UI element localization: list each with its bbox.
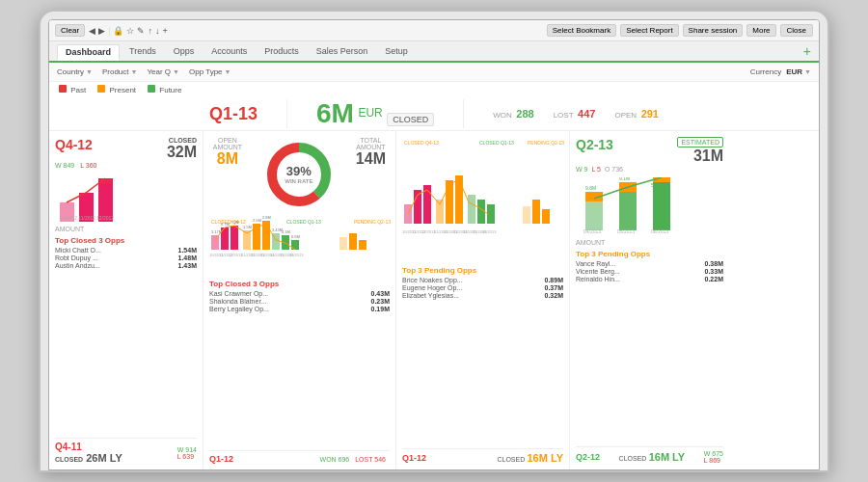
cl-opp-3-amount: 0.19M	[371, 306, 390, 312]
legend-past-dot	[59, 85, 67, 93]
filter-bar: Country ▼ Product ▼ Year Q ▼ Opp Type ▼ …	[49, 63, 819, 82]
cl-bottom-quarter: Q1-12	[209, 454, 233, 464]
svg-rect-14	[542, 209, 550, 224]
center-bar-chart: CLOSED Q4-12 CLOSED Q1-13 PENDING Q2-13	[209, 216, 390, 276]
bv4: 1.5M	[243, 225, 252, 229]
tab-sales-person[interactable]: Sales Person	[309, 44, 376, 58]
svg-rect-12	[523, 206, 530, 224]
rv3: 5.1M	[651, 182, 662, 188]
filter-opp-type[interactable]: Opp Type ▼	[189, 67, 231, 76]
bv5: 2.5M	[253, 218, 261, 223]
nav-forward-icon[interactable]: ▶	[98, 26, 105, 36]
hero-closed-label: CLOSED	[387, 113, 434, 126]
cr-opps: Top 3 Pending Opps Brice Noakes Opp... 0…	[402, 266, 563, 300]
left-bottom: Q4-11 CLOSED 26M LY W 914 L 639	[55, 438, 197, 464]
right-quarter-section: Q2-13	[576, 137, 613, 152]
select-bookmark-button[interactable]: Select Bookmark	[547, 24, 616, 37]
rb1	[585, 201, 603, 230]
right-opps-title: Top 3 Pending Opps	[576, 250, 723, 258]
svg-text:PENDING Q2-13: PENDING Q2-13	[528, 140, 564, 146]
cr-opp-2-amount: 0.37M	[545, 284, 563, 291]
bv9: 6.6M	[291, 234, 300, 239]
tab-accounts[interactable]: Accounts	[203, 44, 255, 58]
cl-opp-2: Shalonda Blatner... 0.23M	[209, 298, 390, 305]
filter-year-q[interactable]: Year Q ▼	[147, 67, 179, 76]
tab-products[interactable]: Products	[257, 44, 307, 58]
more-button[interactable]: More	[746, 24, 775, 37]
hero-divider2	[463, 99, 464, 128]
left-bar-chart: 10/2012 11/2012 12/2012 32M	[55, 174, 197, 224]
hero-quarter: Q1-13	[209, 105, 258, 122]
clear-button[interactable]: Clear	[55, 24, 85, 37]
left-opp-1-amount: 1.54M	[178, 247, 197, 254]
nav-back-icon[interactable]: ◀	[89, 26, 95, 36]
filter-country-label: Country	[57, 67, 84, 76]
tab-dashboard[interactable]: Dashboard	[57, 44, 120, 61]
left-closed-val: 32M	[167, 144, 197, 161]
top-toolbar: Clear ◀ ▶ | 🔒 ☆ ✎ ↑ ↓ + Select Bookmark …	[49, 20, 819, 41]
left-opp-1-name: Micki Chatt O...	[55, 247, 101, 254]
right-opp-1-amount: 0.38M	[705, 260, 723, 267]
won-val: 288	[516, 108, 533, 120]
close-button[interactable]: Close	[780, 24, 813, 37]
left-header: Q4-12 CLOSED 32M	[55, 137, 197, 161]
donut-pct-val: 39%	[285, 165, 312, 178]
right-amount-label: AMOUNT	[576, 239, 723, 246]
filter-currency[interactable]: Currency EUR ▼	[750, 67, 811, 76]
hero-divider1	[286, 99, 287, 128]
right-open: O 736	[605, 166, 623, 173]
cl-opp-3-name: Berry Legalley Op...	[209, 306, 269, 312]
filter-country[interactable]: Country ▼	[57, 67, 93, 76]
cl-opp-2-amount: 0.23M	[371, 298, 390, 305]
arrow-down-icon: ↓	[155, 26, 160, 36]
right-bottom-left: Q2-12	[576, 452, 600, 462]
select-report-button[interactable]: Select Report	[620, 24, 678, 37]
tab-setup[interactable]: Setup	[377, 44, 416, 58]
cr-opp-1-name: Brice Noakes Opp...	[402, 277, 463, 283]
left-won-label: W 849	[55, 162, 74, 169]
open-amount-val: 8M	[209, 150, 246, 168]
main-panels: Q4-12 CLOSED 32M W 849 L 360	[49, 131, 819, 469]
right-bottom: Q2-12 CLOSED 16M LY W 675 L 869	[576, 446, 723, 464]
filter-product[interactable]: Product ▼	[102, 67, 138, 76]
left-bottom-won: W 914	[177, 446, 197, 453]
right-opp-3-amount: 0.22M	[705, 276, 723, 282]
left-lost-label: L 360	[80, 162, 96, 169]
won-lost-open-row: WON 288 LOST 447 OPEN 291	[493, 108, 659, 120]
arrow-up-icon: ↑	[148, 26, 152, 36]
filter-product-arrow: ▼	[131, 68, 138, 75]
right-bars-svg: 9.8M 9.1M 5.1M 04/2013 05/2013 06/2013	[576, 177, 711, 235]
cr-bottom-closed-val: 16M LY	[527, 452, 563, 464]
cr-opp-1-amount: 0.89M	[545, 277, 563, 283]
right-panel: Q2-13 ESTIMATED 31M W 9 L 5 O 736	[570, 131, 729, 469]
right-quarter: Q2-13	[576, 137, 613, 152]
center-left-opps: Top Closed 3 Opps Kasi Crawmer Op... 0.4…	[209, 280, 390, 313]
rb3	[653, 182, 670, 230]
filter-year-q-label: Year Q	[147, 67, 171, 76]
right-bar-chart: 9.8M 9.1M 5.1M 04/2013 05/2013 06/2013	[576, 177, 723, 237]
left-bottom-stats: W 914 L 639	[177, 446, 197, 460]
tab-trends[interactable]: Trends	[122, 44, 164, 58]
left-opp-3: Austin Andzu... 1.43M	[55, 262, 197, 269]
left-closed-section: CLOSED 32M	[167, 137, 197, 161]
lost-section: LOST 447	[554, 108, 596, 120]
right-bottom-stats: W 675 L 869	[704, 450, 723, 464]
legend-future-dot	[148, 85, 155, 93]
right-bottom-q: Q2-12	[576, 452, 600, 462]
cb1	[211, 235, 219, 250]
center-bars-svg: CLOSED Q4-12 CLOSED Q1-13 PENDING Q2-13	[209, 216, 393, 274]
tab-opps[interactable]: Opps	[166, 44, 203, 58]
add-tab-button[interactable]: +	[803, 43, 811, 59]
left-opp-1: Micki Chatt O... 1.54M	[55, 247, 197, 254]
lost-val: 447	[578, 108, 595, 120]
svg-text:06/2013: 06/2013	[482, 229, 497, 234]
right-estimated-val: 31M	[677, 147, 723, 165]
left-opp-3-amount: 1.43M	[178, 262, 197, 269]
right-opp-3: Reinaldo Hin... 0.22M	[576, 276, 723, 282]
open-val: 291	[641, 108, 659, 120]
total-amount-section: TOTAL AMOUNT 14M	[352, 137, 390, 212]
share-session-button[interactable]: Share session	[683, 24, 744, 37]
filter-year-q-arrow: ▼	[173, 68, 179, 75]
hero-quarter-section: Q1-13	[209, 101, 258, 126]
svg-text:CLOSED Q4-13: CLOSED Q4-13	[404, 140, 439, 146]
